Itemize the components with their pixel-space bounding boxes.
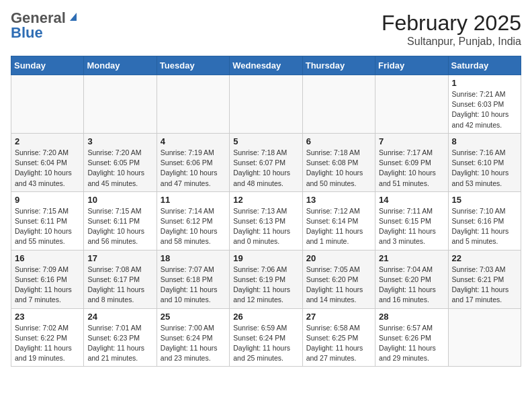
day-number: 12 [233, 195, 298, 205]
day-info: Sunrise: 7:06 AM Sunset: 6:19 PM Dayligh… [233, 265, 298, 306]
day-cell: 24Sunrise: 7:01 AM Sunset: 6:23 PM Dayli… [84, 308, 157, 367]
day-cell: 2Sunrise: 7:20 AM Sunset: 6:04 PM Daylig… [11, 133, 84, 191]
day-info: Sunrise: 7:03 AM Sunset: 6:21 PM Dayligh… [452, 265, 517, 306]
day-number: 18 [161, 253, 226, 263]
page-header: General Blue February 2025 Sultanpur, Pu… [11, 11, 521, 48]
day-info: Sunrise: 7:07 AM Sunset: 6:18 PM Dayligh… [161, 265, 226, 306]
day-number: 15 [452, 195, 517, 205]
day-cell: 20Sunrise: 7:05 AM Sunset: 6:20 PM Dayli… [302, 250, 375, 308]
day-cell [375, 75, 448, 134]
weekday-header-monday: Monday [84, 56, 157, 75]
day-number: 22 [452, 253, 517, 263]
weekday-header-row: SundayMondayTuesdayWednesdayThursdayFrid… [11, 56, 521, 75]
day-info: Sunrise: 7:04 AM Sunset: 6:20 PM Dayligh… [379, 265, 444, 306]
calendar-table: SundayMondayTuesdayWednesdayThursdayFrid… [11, 56, 521, 367]
day-number: 11 [161, 195, 226, 205]
day-info: Sunrise: 7:08 AM Sunset: 6:17 PM Dayligh… [87, 265, 152, 306]
title-area: February 2025 Sultanpur, Punjab, India [382, 11, 521, 48]
day-info: Sunrise: 7:20 AM Sunset: 6:04 PM Dayligh… [15, 148, 80, 189]
weekday-header-tuesday: Tuesday [157, 56, 229, 75]
logo-blue: Blue [11, 26, 43, 40]
day-number: 25 [161, 312, 226, 322]
day-cell: 18Sunrise: 7:07 AM Sunset: 6:18 PM Dayli… [157, 250, 229, 308]
day-info: Sunrise: 7:15 AM Sunset: 6:11 PM Dayligh… [15, 206, 80, 247]
day-info: Sunrise: 7:18 AM Sunset: 6:07 PM Dayligh… [233, 148, 298, 189]
day-cell: 16Sunrise: 7:09 AM Sunset: 6:16 PM Dayli… [11, 250, 84, 308]
day-cell: 28Sunrise: 6:57 AM Sunset: 6:26 PM Dayli… [375, 308, 448, 367]
day-number: 17 [87, 253, 152, 263]
weekday-header-friday: Friday [375, 56, 448, 75]
day-number: 4 [161, 136, 226, 146]
day-info: Sunrise: 7:02 AM Sunset: 6:22 PM Dayligh… [15, 323, 80, 364]
day-cell: 11Sunrise: 7:14 AM Sunset: 6:12 PM Dayli… [157, 191, 229, 250]
day-info: Sunrise: 7:12 AM Sunset: 6:14 PM Dayligh… [306, 206, 371, 247]
day-cell: 12Sunrise: 7:13 AM Sunset: 6:13 PM Dayli… [230, 191, 302, 250]
day-info: Sunrise: 7:17 AM Sunset: 6:09 PM Dayligh… [379, 148, 444, 189]
day-number: 21 [379, 253, 444, 263]
day-cell: 1Sunrise: 7:21 AM Sunset: 6:03 PM Daylig… [448, 75, 521, 134]
day-info: Sunrise: 7:16 AM Sunset: 6:10 PM Dayligh… [452, 148, 517, 189]
day-number: 10 [87, 195, 152, 205]
day-cell: 13Sunrise: 7:12 AM Sunset: 6:14 PM Dayli… [302, 191, 375, 250]
day-info: Sunrise: 7:14 AM Sunset: 6:12 PM Dayligh… [161, 206, 226, 247]
day-cell: 8Sunrise: 7:16 AM Sunset: 6:10 PM Daylig… [448, 133, 521, 191]
day-info: Sunrise: 7:20 AM Sunset: 6:05 PM Dayligh… [87, 148, 152, 189]
week-row-3: 9Sunrise: 7:15 AM Sunset: 6:11 PM Daylig… [11, 191, 521, 250]
day-cell: 15Sunrise: 7:10 AM Sunset: 6:16 PM Dayli… [448, 191, 521, 250]
day-info: Sunrise: 7:15 AM Sunset: 6:11 PM Dayligh… [87, 206, 152, 247]
day-cell: 10Sunrise: 7:15 AM Sunset: 6:11 PM Dayli… [84, 191, 157, 250]
day-cell [157, 75, 229, 134]
day-info: Sunrise: 7:19 AM Sunset: 6:06 PM Dayligh… [161, 148, 226, 189]
day-cell [84, 75, 157, 134]
day-info: Sunrise: 7:00 AM Sunset: 6:24 PM Dayligh… [161, 323, 226, 364]
day-number: 7 [379, 136, 444, 146]
day-number: 23 [15, 312, 80, 322]
logo-general: General [11, 11, 66, 26]
day-cell: 3Sunrise: 7:20 AM Sunset: 6:05 PM Daylig… [84, 133, 157, 191]
day-cell: 4Sunrise: 7:19 AM Sunset: 6:06 PM Daylig… [157, 133, 229, 191]
day-info: Sunrise: 7:21 AM Sunset: 6:03 PM Dayligh… [452, 89, 517, 130]
calendar-title: February 2025 [382, 11, 521, 36]
day-number: 27 [306, 312, 371, 322]
day-number: 2 [15, 136, 80, 146]
weekday-header-sunday: Sunday [11, 56, 84, 75]
week-row-4: 16Sunrise: 7:09 AM Sunset: 6:16 PM Dayli… [11, 250, 521, 308]
day-info: Sunrise: 7:18 AM Sunset: 6:08 PM Dayligh… [306, 148, 371, 189]
svg-marker-0 [70, 13, 77, 21]
day-cell [448, 308, 521, 367]
day-cell: 9Sunrise: 7:15 AM Sunset: 6:11 PM Daylig… [11, 191, 84, 250]
day-info: Sunrise: 6:57 AM Sunset: 6:26 PM Dayligh… [379, 323, 444, 364]
day-cell: 22Sunrise: 7:03 AM Sunset: 6:21 PM Dayli… [448, 250, 521, 308]
day-cell [302, 75, 375, 134]
day-info: Sunrise: 7:05 AM Sunset: 6:20 PM Dayligh… [306, 265, 371, 306]
day-number: 5 [233, 136, 298, 146]
logo: General Blue [11, 11, 78, 40]
day-cell: 7Sunrise: 7:17 AM Sunset: 6:09 PM Daylig… [375, 133, 448, 191]
day-cell: 5Sunrise: 7:18 AM Sunset: 6:07 PM Daylig… [230, 133, 302, 191]
day-number: 14 [379, 195, 444, 205]
day-number: 19 [233, 253, 298, 263]
day-cell: 19Sunrise: 7:06 AM Sunset: 6:19 PM Dayli… [230, 250, 302, 308]
day-info: Sunrise: 7:13 AM Sunset: 6:13 PM Dayligh… [233, 206, 298, 247]
week-row-2: 2Sunrise: 7:20 AM Sunset: 6:04 PM Daylig… [11, 133, 521, 191]
day-number: 26 [233, 312, 298, 322]
weekday-header-wednesday: Wednesday [230, 56, 302, 75]
weekday-header-saturday: Saturday [448, 56, 521, 75]
day-info: Sunrise: 7:09 AM Sunset: 6:16 PM Dayligh… [15, 265, 80, 306]
day-number: 9 [15, 195, 80, 205]
day-cell: 17Sunrise: 7:08 AM Sunset: 6:17 PM Dayli… [84, 250, 157, 308]
day-info: Sunrise: 6:58 AM Sunset: 6:25 PM Dayligh… [306, 323, 371, 364]
weekday-header-thursday: Thursday [302, 56, 375, 75]
day-cell: 14Sunrise: 7:11 AM Sunset: 6:15 PM Dayli… [375, 191, 448, 250]
day-number: 20 [306, 253, 371, 263]
week-row-1: 1Sunrise: 7:21 AM Sunset: 6:03 PM Daylig… [11, 75, 521, 134]
day-info: Sunrise: 6:59 AM Sunset: 6:24 PM Dayligh… [233, 323, 298, 364]
day-cell [11, 75, 84, 134]
day-number: 8 [452, 136, 517, 146]
day-cell: 26Sunrise: 6:59 AM Sunset: 6:24 PM Dayli… [230, 308, 302, 367]
week-row-5: 23Sunrise: 7:02 AM Sunset: 6:22 PM Dayli… [11, 308, 521, 367]
day-info: Sunrise: 7:01 AM Sunset: 6:23 PM Dayligh… [87, 323, 152, 364]
day-cell: 23Sunrise: 7:02 AM Sunset: 6:22 PM Dayli… [11, 308, 84, 367]
day-info: Sunrise: 7:11 AM Sunset: 6:15 PM Dayligh… [379, 206, 444, 247]
day-number: 1 [452, 78, 517, 88]
